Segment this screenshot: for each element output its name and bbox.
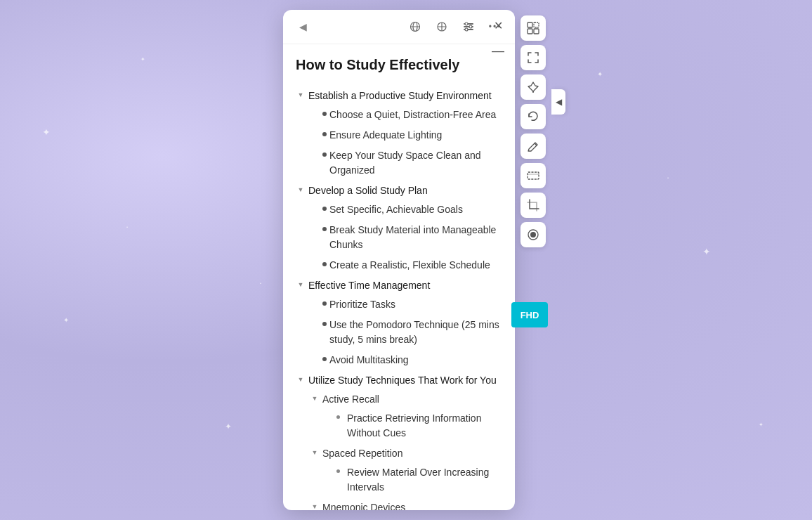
select-icon	[527, 22, 539, 34]
item-1-1: ▶ Choose a Quiet, Distraction-Free Area	[296, 105, 502, 124]
section-2-row[interactable]: ▼ Develop a Solid Study Plan	[296, 181, 502, 200]
svg-point-9	[465, 22, 468, 25]
outline-content[interactable]: How to Study Effectively ▼ Establish a P…	[283, 44, 515, 510]
subsection-4-2-row[interactable]: ▼ Spaced Repetition	[310, 444, 502, 463]
toggle-sub-4-3[interactable]: ▼	[310, 502, 320, 510]
item-1-1-row[interactable]: ▶ Choose a Quiet, Distraction-Free Area	[310, 105, 502, 124]
toggle-section-3[interactable]: ▼	[296, 280, 306, 290]
item-1-2-label: Ensure Adequate Lighting	[329, 128, 502, 143]
sparkle-7: ✦	[759, 422, 764, 428]
item-1-3: ▶ Keep Your Study Space Clean and Organi…	[296, 146, 502, 180]
item-3-3-row[interactable]: ▶ Avoid Multitasking	[310, 351, 502, 370]
settings-button[interactable]	[459, 17, 478, 37]
spacer-2-1: ▶	[310, 204, 320, 214]
globe-icon	[410, 21, 421, 32]
pin-tool-button[interactable]	[520, 74, 546, 100]
spacer-1-3: ▶	[310, 150, 320, 160]
section-4-label: Utilize Study Techniques That Work for Y…	[308, 373, 502, 388]
section-1-row[interactable]: ▼ Establish a Productive Study Environme…	[296, 86, 502, 105]
edit-icon	[527, 140, 539, 152]
toggle-section-1[interactable]: ▼	[296, 90, 306, 100]
item-4-2-1-row[interactable]: Review Material Over Increasing Interval…	[324, 463, 502, 497]
item-1-3-label: Keep Your Study Space Clean and Organize…	[329, 148, 502, 178]
svg-point-11	[465, 28, 468, 31]
edit-tool-button[interactable]	[520, 134, 546, 159]
sparkle-9: •	[667, 176, 669, 180]
item-2-2-row[interactable]: ▶ Break Study Material into Manageable C…	[310, 221, 502, 254]
section-4-row[interactable]: ▼ Utilize Study Techniques That Work for…	[296, 371, 502, 390]
spacer-1-2: ▶	[310, 129, 320, 139]
toggle-section-4[interactable]: ▼	[296, 375, 306, 384]
back-button[interactable]: ◀	[293, 17, 313, 37]
svg-point-10	[469, 25, 472, 28]
collapse-arrow-button[interactable]: ◀	[551, 89, 565, 115]
minimize-button[interactable]: —	[488, 41, 508, 60]
item-2-2: ▶ Break Study Material into Manageable C…	[296, 221, 502, 254]
section-2-children: ▶ Set Specific, Achievable Goals ▶ Break…	[296, 200, 502, 275]
item-2-2-label: Break Study Material into Manageable Chu…	[329, 223, 502, 252]
spacer-1-1: ▶	[310, 109, 320, 119]
toggle-sub-4-1[interactable]: ▼	[310, 394, 320, 403]
sparkle-8: •	[126, 225, 128, 229]
section-2-label: Develop a Solid Study Plan	[308, 183, 502, 198]
sparkle-4: ✦	[225, 422, 232, 431]
bullet-2-3	[322, 262, 327, 266]
crop-icon	[527, 199, 539, 212]
section-4: ▼ Utilize Study Techniques That Work for…	[296, 371, 502, 510]
spacer-3-1: ▶	[310, 299, 320, 308]
item-3-1-label: Prioritize Tasks	[329, 297, 502, 312]
sparkle-3: ✦	[140, 56, 145, 63]
toolbar: ◀	[283, 10, 515, 44]
expand-tool-button[interactable]	[520, 45, 546, 70]
sparkle-5: ✦	[597, 70, 603, 78]
settings-icon	[463, 21, 474, 32]
sparkle-10: •	[260, 281, 261, 285]
globe-button[interactable]	[405, 17, 425, 37]
section-3-row[interactable]: ▼ Effective Time Management	[296, 276, 502, 295]
main-panel: ✕ — ◀	[283, 10, 515, 510]
item-1-3-row[interactable]: ▶ Keep Your Study Space Clean and Organi…	[310, 146, 502, 180]
item-4-1-1-row[interactable]: Practice Retrieving Information Without …	[324, 409, 502, 443]
expand-icon	[527, 51, 539, 64]
toggle-section-2[interactable]: ▼	[296, 185, 306, 195]
item-2-1-row[interactable]: ▶ Set Specific, Achievable Goals	[310, 200, 502, 219]
svg-rect-18	[528, 172, 539, 179]
fhd-badge[interactable]: FHD	[511, 302, 548, 327]
subsection-4-3-row[interactable]: ▼ Mnemonic Devices	[310, 498, 502, 510]
undo-tool-button[interactable]	[520, 104, 546, 129]
item-3-2: ▶ Use the Pomodoro Technique (25 mins st…	[296, 316, 502, 349]
item-4-2-1-label: Review Material Over Increasing Interval…	[347, 465, 502, 495]
cursor-button[interactable]	[432, 17, 452, 37]
select-tool-button[interactable]	[520, 15, 546, 41]
crop-tool-button[interactable]	[520, 193, 546, 218]
spacer-2-3: ▶	[310, 259, 320, 269]
subsection-4-3-label: Mnemonic Devices	[322, 500, 502, 510]
item-3-1: ▶ Prioritize Tasks	[296, 295, 502, 314]
item-3-2-row[interactable]: ▶ Use the Pomodoro Technique (25 mins st…	[310, 316, 502, 349]
svg-rect-13	[534, 22, 539, 27]
item-3-3: ▶ Avoid Multitasking	[296, 351, 502, 370]
item-1-2-row[interactable]: ▶ Ensure Adequate Lighting	[310, 126, 502, 145]
subsection-4-2-children: Review Material Over Increasing Interval…	[310, 463, 502, 497]
toggle-sub-4-2[interactable]: ▼	[310, 448, 320, 457]
subsection-4-1-row[interactable]: ▼ Active Recall	[310, 390, 502, 409]
item-1-2: ▶ Ensure Adequate Lighting	[296, 126, 502, 145]
item-3-1-row[interactable]: ▶ Prioritize Tasks	[310, 295, 502, 314]
bullet-4-2-1	[336, 469, 340, 473]
bullet-2-1	[322, 207, 327, 211]
spacer-2-2: ▶	[310, 224, 320, 234]
toolbar-left: ◀	[293, 17, 313, 37]
sparkle-2: ✦	[63, 316, 69, 324]
svg-point-21	[530, 232, 536, 238]
section-3: ▼ Effective Time Management ▶ Prioritize…	[296, 276, 502, 370]
frames-tool-button[interactable]	[520, 163, 546, 188]
item-2-3-row[interactable]: ▶ Create a Realistic, Flexible Schedule	[310, 256, 502, 275]
outline-tree: ▼ Establish a Productive Study Environme…	[296, 86, 502, 510]
subsection-4-1-children: Practice Retrieving Information Without …	[310, 409, 502, 443]
close-button[interactable]: ✕	[488, 15, 508, 35]
record-tool-button[interactable]	[520, 222, 546, 247]
bullet-2-2	[322, 227, 327, 231]
page-title: How to Study Effectively	[296, 56, 502, 74]
undo-icon	[527, 110, 539, 123]
section-3-label: Effective Time Management	[308, 278, 502, 293]
